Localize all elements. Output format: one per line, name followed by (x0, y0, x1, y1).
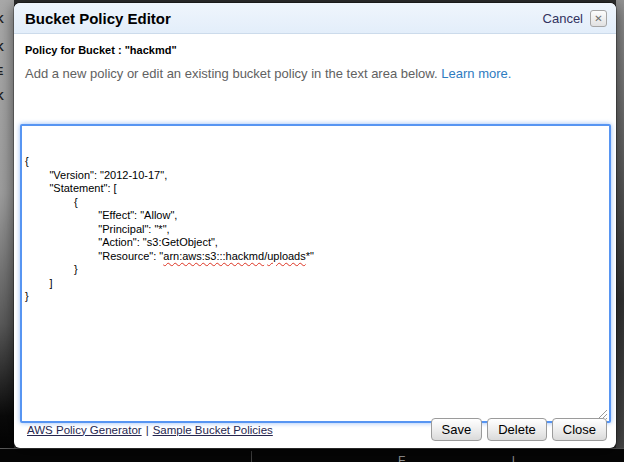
backdrop-bottom-band: F l (0, 448, 624, 462)
sample-bucket-policies-link[interactable]: Sample Bucket Policies (153, 424, 273, 436)
backdrop-text-fragment: l (512, 454, 515, 462)
policy-bucket-label: Policy for Bucket : "hackmd" (25, 44, 605, 56)
link-separator: | (146, 424, 149, 436)
backdrop-divider (251, 451, 252, 462)
dialog-header-actions: Cancel ✕ (543, 10, 607, 27)
dialog-description: Add a new policy or edit an existing buc… (25, 66, 605, 81)
policy-editor[interactable]: { "Version": "2012-10-17", "Statement": … (20, 124, 611, 423)
backdrop-text-fragment: K (0, 13, 4, 25)
close-icon[interactable]: ✕ (590, 10, 607, 27)
policy-editor-content: { "Version": "2012-10-17", "Statement": … (25, 155, 609, 304)
save-button[interactable]: Save (431, 418, 483, 441)
description-text: Add a new policy or edit an existing buc… (25, 66, 438, 81)
delete-button[interactable]: Delete (487, 418, 547, 441)
dialog-title: Bucket Policy Editor (25, 10, 171, 27)
aws-policy-generator-link[interactable]: AWS Policy Generator (27, 424, 142, 436)
dialog-body: Policy for Bucket : "hackmd" Add a new p… (14, 34, 616, 423)
dialog-header: Bucket Policy Editor Cancel ✕ (14, 3, 616, 34)
learn-more-link[interactable]: Learn more. (441, 66, 511, 81)
backdrop-text-fragment: F (398, 454, 405, 462)
backdrop-left-strip: K K E K (0, 0, 14, 462)
cancel-link[interactable]: Cancel (543, 11, 583, 26)
backdrop-text-fragment: E (0, 65, 3, 77)
footer-buttons: Save Delete Close (431, 418, 607, 441)
footer-links: AWS Policy Generator|Sample Bucket Polic… (27, 424, 273, 436)
bucket-policy-editor-dialog: Bucket Policy Editor Cancel ✕ Policy for… (14, 3, 616, 448)
backdrop-text-fragment: K (0, 90, 4, 102)
dialog-footer: AWS Policy Generator|Sample Bucket Polic… (27, 418, 607, 441)
backdrop-text-fragment: K (0, 41, 4, 53)
close-button[interactable]: Close (552, 418, 607, 441)
backdrop-right-strip (616, 0, 624, 462)
